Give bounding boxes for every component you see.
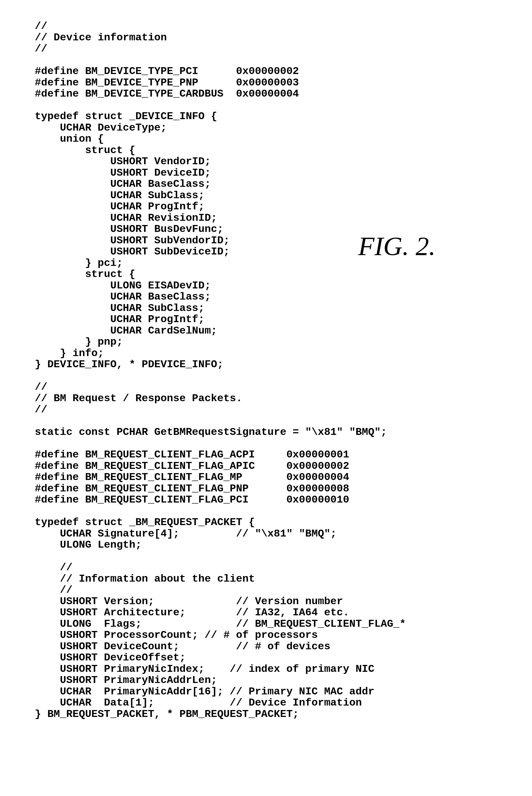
page-container: // // Device information // #define BM_D… bbox=[0, 0, 532, 796]
code-block: // // Device information // #define BM_D… bbox=[35, 21, 406, 720]
figure-label: FIG. 2. bbox=[358, 231, 436, 261]
